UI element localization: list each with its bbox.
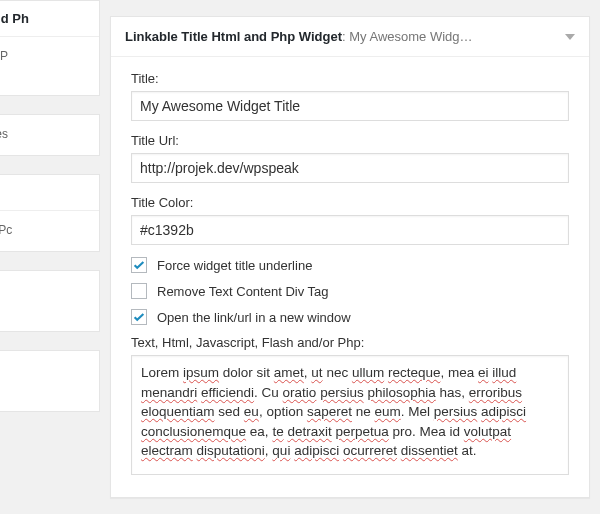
available-widget-desc: s most recent Pc (0, 211, 99, 251)
title-input[interactable] (131, 91, 569, 121)
available-widget-desc: text or HTML. (0, 371, 99, 411)
checkbox-row-new-window[interactable]: Open the link/url in a new window (131, 309, 569, 325)
widget-settings-panel: Linkable Title Html and Php Widget: My A… (110, 16, 590, 498)
checkbox-row-underline[interactable]: Force widget title underline (131, 257, 569, 273)
checkbox-new-window[interactable] (131, 309, 147, 325)
available-widget[interactable]: our site's Pages (0, 114, 100, 156)
available-widget[interactable]: text or HTML. (0, 350, 100, 412)
check-icon (132, 258, 146, 272)
available-widget-desc: our site's Pages (0, 115, 99, 155)
available-widget-desc: form for your s (0, 291, 99, 331)
checkbox-underline-label: Force widget title underline (157, 258, 312, 273)
widget-panel-body: Title: Title Url: Title Color: Force wid… (111, 57, 589, 497)
widget-panel-title: Linkable Title Html and Php Widget: My A… (125, 29, 473, 44)
check-icon (132, 310, 146, 324)
content-text: Lorem ipsum dolor sit amet, ut nec ullum… (141, 365, 526, 458)
title-url-input[interactable] (131, 153, 569, 183)
available-widget[interactable]: osts s most recent Pc (0, 174, 100, 252)
title-url-label: Title Url: (131, 133, 569, 148)
available-widget-desc: Title Html and P y PepLamb (0, 37, 99, 95)
available-widgets-column: Title Html and Ph Title Html and P y Pep… (0, 0, 100, 514)
checkbox-new-window-label: Open the link/url in a new window (157, 310, 351, 325)
checkbox-remove-div[interactable] (131, 283, 147, 299)
field-title: Title: (131, 71, 569, 121)
widget-panel-header[interactable]: Linkable Title Html and Php Widget: My A… (111, 17, 589, 57)
chevron-down-icon[interactable] (565, 34, 575, 40)
field-title-color: Title Color: (131, 195, 569, 245)
available-widget-title: Title Html and Ph (0, 1, 99, 37)
content-textarea[interactable]: Lorem ipsum dolor sit amet, ut nec ullum… (131, 355, 569, 475)
available-widget[interactable]: Title Html and Ph Title Html and P y Pep… (0, 0, 100, 96)
checkbox-underline[interactable] (131, 257, 147, 273)
available-widget-title: osts (0, 175, 99, 211)
checkbox-remove-div-label: Remove Text Content Div Tag (157, 284, 329, 299)
available-widget[interactable]: form for your s (0, 270, 100, 332)
content-label: Text, Html, Javascript, Flash and/or Php… (131, 335, 569, 350)
title-color-input[interactable] (131, 215, 569, 245)
title-label: Title: (131, 71, 569, 86)
title-color-label: Title Color: (131, 195, 569, 210)
field-title-url: Title Url: (131, 133, 569, 183)
checkbox-row-remove-div[interactable]: Remove Text Content Div Tag (131, 283, 569, 299)
field-content: Text, Html, Javascript, Flash and/or Php… (131, 335, 569, 475)
